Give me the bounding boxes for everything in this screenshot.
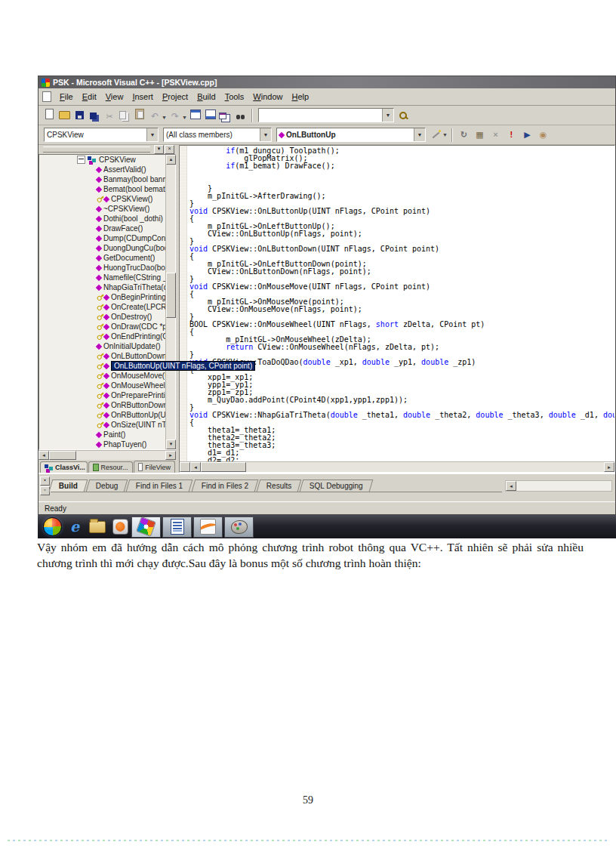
- redo-icon[interactable]: [168, 109, 182, 122]
- scrollbar-thumb[interactable]: [166, 273, 176, 318]
- stop-build-icon[interactable]: ×: [489, 128, 502, 140]
- breakpoint-hand-icon[interactable]: ◉: [537, 129, 550, 141]
- tree-member-row[interactable]: DrawFace(): [39, 224, 175, 233]
- output-tab-debug[interactable]: Debug: [86, 480, 128, 492]
- menu-file[interactable]: File: [55, 91, 78, 103]
- tree-member-row[interactable]: OnPreparePrinting(: [39, 390, 175, 400]
- tree-member-row[interactable]: OnRButtonDown(U: [39, 400, 175, 410]
- output-toggle-icon[interactable]: [204, 108, 217, 121]
- chevron-down-icon[interactable]: ▼: [382, 109, 393, 122]
- tree-member-row[interactable]: Dump(CDumpConte: [39, 233, 175, 243]
- scroll-right-icon[interactable]: ►: [604, 462, 614, 472]
- tree-member-row[interactable]: Paint(): [39, 430, 175, 439]
- class-combo[interactable]: CPSKView ▼: [44, 128, 159, 142]
- tree-member-row[interactable]: OnMouseWheel(UI: [39, 381, 175, 390]
- output-dock-icon[interactable]: ▪: [40, 476, 50, 486]
- editor-horizontal-scrollbar[interactable]: ◄ ►: [180, 461, 614, 472]
- panel-grip[interactable]: ▾ ×: [38, 145, 176, 154]
- undo-icon[interactable]: [148, 109, 162, 122]
- splitter-box[interactable]: [180, 462, 190, 472]
- chevron-down-icon[interactable]: ▼: [414, 128, 425, 141]
- find-combo[interactable]: ▼: [258, 108, 394, 122]
- workspace-toggle-icon[interactable]: [189, 108, 202, 121]
- menu-project[interactable]: Project: [158, 91, 192, 103]
- tree-member-row[interactable]: OnDestroy(): [39, 312, 175, 322]
- output-tab-sql-debugging[interactable]: SQL Debugging: [300, 480, 373, 492]
- chevron-down-icon[interactable]: ▼: [146, 128, 158, 141]
- taskbar-media-player-button[interactable]: [109, 517, 131, 538]
- chevron-down-icon[interactable]: ▼: [182, 115, 187, 120]
- go-icon[interactable]: ▶: [521, 129, 534, 141]
- classview-tree[interactable]: ▲ ▼ CPSKViewAssertValid()Banmay(bool ban…: [38, 154, 176, 450]
- menu-help[interactable]: Help: [287, 91, 313, 103]
- tree-member-row[interactable]: CPSKView(): [39, 194, 175, 204]
- open-file-icon[interactable]: [57, 109, 71, 122]
- taskbar-visual-cpp-button[interactable]: [131, 517, 161, 538]
- panel-pin-icon[interactable]: ▾: [154, 145, 164, 154]
- document-system-icon[interactable]: [42, 91, 51, 102]
- taskbar-explorer-button[interactable]: [86, 517, 109, 538]
- find-in-files-icon[interactable]: [234, 110, 248, 123]
- chevron-down-icon[interactable]: ▼: [442, 132, 448, 137]
- output-tab-build[interactable]: Build: [49, 480, 88, 492]
- tree-member-row[interactable]: ~CPSKView(): [39, 204, 175, 214]
- tree-member-row[interactable]: OnSize(UINT nTyp: [39, 420, 175, 430]
- title-bar[interactable]: PSK - Microsoft Visual C++ - [PSKView.cp…: [38, 76, 615, 88]
- compile-icon[interactable]: ↻: [457, 129, 470, 141]
- search-icon[interactable]: [397, 109, 411, 122]
- taskbar-internet-explorer-button[interactable]: e: [63, 517, 86, 538]
- tree-member-row[interactable]: HuongTrucDao(bo: [39, 263, 175, 273]
- tree-member-row[interactable]: OnEndPrinting(CDC: [39, 331, 175, 341]
- tree-member-row[interactable]: OnLButtonDown(UI: [39, 351, 175, 361]
- menu-window[interactable]: Window: [248, 91, 287, 103]
- output-scrollbar[interactable]: ◄: [505, 480, 612, 492]
- tab-classview[interactable]: ClassVi...: [40, 461, 88, 473]
- scrollbar-thumb[interactable]: [201, 462, 246, 472]
- panel-close-icon[interactable]: ×: [165, 145, 174, 154]
- windows-icon[interactable]: [219, 110, 233, 123]
- tree-member-row[interactable]: OnBeginPrinting(CD: [39, 292, 175, 302]
- tree-member-row[interactable]: OnCreate(LPCREA: [39, 302, 175, 312]
- scroll-left-icon[interactable]: ◄: [38, 451, 49, 460]
- menu-view[interactable]: View: [101, 91, 128, 103]
- tree-member-row[interactable]: OnInitialUpdate(): [39, 341, 175, 351]
- members-combo[interactable]: (All class members) ▼: [163, 128, 272, 142]
- tab-resourceview[interactable]: Resour...: [88, 461, 132, 473]
- output-tab-results[interactable]: Results: [257, 480, 302, 492]
- scroll-left-icon[interactable]: ◄: [190, 462, 201, 472]
- save-icon[interactable]: [72, 109, 86, 122]
- execute-icon[interactable]: !: [505, 128, 518, 140]
- build-icon[interactable]: ▦: [473, 129, 486, 141]
- output-tab-find-in-files-1[interactable]: Find in Files 1: [126, 480, 193, 492]
- menu-insert[interactable]: Insert: [128, 91, 158, 103]
- scrollbar-thumb[interactable]: [49, 451, 76, 460]
- tree-member-row[interactable]: OnLButtonUp(UINT nFlags, CPoint point): [39, 361, 175, 371]
- tree-member-row[interactable]: OnMouseMove(UIN: [39, 371, 175, 381]
- tree-member-row[interactable]: DuongDungCu(boo: [39, 243, 175, 253]
- new-file-icon[interactable]: [42, 107, 56, 120]
- tree-member-row[interactable]: AssertValid(): [39, 165, 175, 174]
- tree-member-row[interactable]: Namefile(CString _fi: [39, 273, 175, 282]
- wizard-actions-icon[interactable]: [429, 128, 442, 141]
- scroll-down-icon[interactable]: ▼: [166, 439, 176, 449]
- code-editor[interactable]: if(m1_dungcu) Toolpath(); glPopMatrix();…: [179, 145, 615, 473]
- menu-build[interactable]: Build: [192, 91, 220, 103]
- cut-icon[interactable]: [103, 110, 116, 123]
- scroll-left-icon[interactable]: ◄: [506, 481, 516, 491]
- function-combo[interactable]: OnLButtonUp ▼: [276, 128, 426, 142]
- tree-member-row[interactable]: PhapTuyen(): [39, 439, 175, 449]
- tree-horizontal-scrollbar[interactable]: ◄ ►: [38, 450, 176, 460]
- selection-margin[interactable]: [180, 146, 187, 462]
- scroll-right-icon[interactable]: ►: [165, 451, 176, 460]
- output-tab-find-in-files-2[interactable]: Find in Files 2: [191, 480, 258, 492]
- taskbar-start-button[interactable]: [41, 517, 63, 538]
- menu-tools[interactable]: Tools: [220, 91, 249, 103]
- taskbar-word-button[interactable]: [162, 517, 192, 538]
- tree-member-row[interactable]: GetDocument(): [39, 253, 175, 263]
- menu-edit[interactable]: Edit: [78, 91, 101, 103]
- tree-member-row[interactable]: Banmay(bool banm: [39, 174, 175, 184]
- tree-member-row[interactable]: OnDraw(CDC *pDC: [39, 322, 175, 331]
- tab-fileview[interactable]: FileView: [134, 461, 175, 473]
- save-all-icon[interactable]: [88, 110, 101, 123]
- taskbar-paint-button[interactable]: [224, 517, 254, 538]
